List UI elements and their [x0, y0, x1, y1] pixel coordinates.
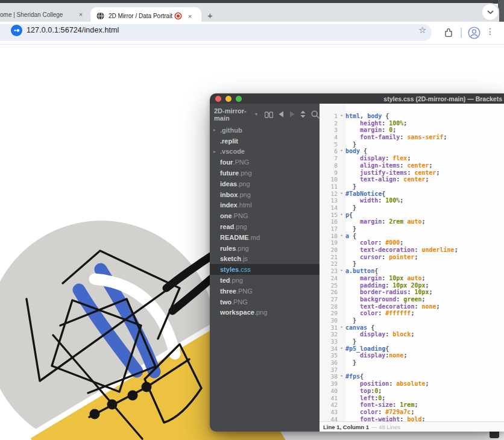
code-fold-icon[interactable]: ▾: [338, 324, 345, 332]
code-line-17[interactable]: 17 }: [320, 225, 504, 233]
url-text[interactable]: 127.0.0.1:56724/index.html: [27, 26, 119, 34]
close-window-button[interactable]: [215, 96, 221, 102]
tree-file-inbox.png[interactable]: inbox.png: [210, 189, 320, 200]
code-line-24[interactable]: 24 margin: 10px auto;: [320, 275, 504, 282]
code-line-28[interactable]: 28 text-decoration: none;: [320, 303, 504, 310]
new-tab-button[interactable]: +: [204, 10, 216, 21]
code-line-34[interactable]: 34▾#p5_loading{: [320, 345, 504, 353]
tree-folder-.github[interactable]: ▸.github: [210, 125, 320, 136]
code-line-20[interactable]: 20 text-decoration: underline;: [320, 247, 504, 254]
code-fold-icon[interactable]: ▾: [338, 113, 345, 120]
tree-file-two.PNG[interactable]: two.PNG: [210, 297, 320, 307]
tree-file-read.png[interactable]: read.png: [210, 221, 320, 232]
code-line-10[interactable]: 10 text-align: center;: [320, 176, 504, 183]
tree-file-styles.css[interactable]: styles.css: [210, 264, 320, 275]
code-fold-icon[interactable]: ▾: [338, 148, 345, 155]
code-line-12[interactable]: 12▾#TabNotice{: [320, 190, 504, 198]
code-line-41[interactable]: 41 left:0;: [320, 395, 504, 402]
split-view-icon[interactable]: [300, 110, 306, 118]
code-line-8[interactable]: 8 align-items: center;: [320, 162, 504, 169]
code-line-23[interactable]: 23▾a.button{: [320, 268, 504, 275]
code-line-18[interactable]: 18▾a {: [320, 233, 504, 240]
code-line-42[interactable]: 42 font-size: 1rem;: [320, 401, 504, 409]
code-fold-icon[interactable]: ▾: [338, 212, 345, 219]
line-number: 17: [320, 225, 338, 233]
code-line-32[interactable]: 32 display: block;: [320, 331, 504, 338]
code-line-44[interactable]: 44 font-weight: bold;: [320, 416, 504, 421]
code-fold-icon[interactable]: ▾: [338, 190, 345, 198]
code-line-29[interactable]: 29 color: #ffffff;: [320, 310, 504, 317]
code-line-35[interactable]: 35 display:none;: [320, 352, 504, 359]
code-line-21[interactable]: 21 cursor: pointer;: [320, 254, 504, 261]
code-line-40[interactable]: 40 top:0;: [320, 388, 504, 395]
search-icon[interactable]: [311, 110, 320, 119]
project-dropdown[interactable]: 2D-mirror-main: [214, 107, 253, 122]
code-fold-icon[interactable]: ▾: [338, 268, 345, 275]
tree-file-ideas.png[interactable]: ideas.png: [210, 178, 320, 189]
zoom-window-button[interactable]: [236, 96, 242, 102]
code-fold-icon[interactable]: ▾: [338, 345, 345, 353]
code-line-3[interactable]: 3 margin: 0;: [320, 127, 504, 134]
close-tab-icon[interactable]: ×: [186, 12, 194, 20]
code-line-43[interactable]: 43 color: #729a7c;: [320, 409, 504, 416]
code-line-6[interactable]: 6▾body {: [320, 148, 504, 155]
code-line-36[interactable]: 36 }: [320, 359, 504, 366]
code-fold-icon[interactable]: ▾: [338, 233, 345, 240]
code-line-2[interactable]: 2 height: 100%;: [320, 120, 504, 127]
browser-menu-kebab-icon[interactable]: ⋮: [486, 27, 494, 36]
code-line-14[interactable]: 14 }: [320, 204, 504, 212]
disclosure-triangle-icon[interactable]: ▸: [213, 149, 216, 154]
forward-icon[interactable]: [289, 111, 295, 118]
code-line-33[interactable]: 33 }: [320, 338, 504, 345]
code-line-26[interactable]: 26 border-radius: 10px;: [320, 289, 504, 296]
code-line-25[interactable]: 25 padding: 10px 20px;: [320, 282, 504, 289]
tab-search-chevron-button[interactable]: [482, 4, 498, 20]
site-info-icon[interactable]: [11, 25, 22, 36]
project-caret-icon[interactable]: ▾: [255, 112, 257, 117]
tree-file-.replit[interactable]: .replit: [210, 136, 320, 146]
tree-file-workspace.png[interactable]: workspace.png: [210, 307, 320, 318]
tree-file-README.md[interactable]: README.md: [210, 232, 320, 243]
code-line-13[interactable]: 13 width: 100%;: [320, 197, 504, 204]
tree-file-three.PNG[interactable]: three.PNG: [210, 286, 320, 297]
tree-file-future.png[interactable]: future.png: [210, 168, 320, 178]
code-fold-icon[interactable]: ▾: [338, 373, 345, 380]
line-number: 12: [320, 190, 338, 198]
code-line-27[interactable]: 27 background: green;: [320, 296, 504, 303]
tab-sheridan-college[interactable]: ome | Sheridan College ×: [0, 7, 89, 22]
binoculars-icon[interactable]: [265, 111, 273, 118]
tree-file-index.html[interactable]: index.html: [210, 200, 320, 211]
code-line-9[interactable]: 9 justify-items: center;: [320, 169, 504, 177]
tree-file-sketch.js[interactable]: sketch.js: [210, 254, 320, 265]
code-line-16[interactable]: 16 margin: 2rem auto;: [320, 218, 504, 225]
back-icon[interactable]: [279, 111, 284, 118]
bookmark-star-icon[interactable]: ☆: [418, 25, 426, 36]
fold-gutter: [338, 254, 345, 261]
tree-folder-.vscode[interactable]: ▸.vscode: [210, 146, 320, 157]
code-line-19[interactable]: 19 color: #000;: [320, 239, 504, 247]
code-text: display: block;: [345, 331, 414, 338]
code-lines[interactable]: 1▾html, body {2 height: 100%;3 margin: 0…: [320, 104, 504, 421]
code-line-37[interactable]: 37: [320, 366, 504, 374]
code-line-31[interactable]: 31▾canvas {: [320, 324, 504, 332]
code-line-1[interactable]: 1▾html, body {: [320, 113, 504, 120]
code-line-22[interactable]: 22 }: [320, 260, 504, 268]
code-line-5[interactable]: 5 }: [320, 141, 504, 148]
profile-avatar-icon[interactable]: [468, 27, 480, 39]
tree-file-one.PNG[interactable]: one.PNG: [210, 210, 320, 221]
code-line-7[interactable]: 7 display: flex;: [320, 155, 504, 162]
code-line-11[interactable]: 11 }: [320, 183, 504, 190]
extensions-icon[interactable]: [443, 27, 454, 38]
minimize-window-button[interactable]: [225, 96, 232, 102]
code-line-38[interactable]: 38▾#fps{: [320, 373, 504, 380]
disclosure-triangle-icon[interactable]: ▸: [213, 127, 216, 133]
close-tab-icon[interactable]: ×: [77, 10, 85, 19]
code-line-30[interactable]: 30 }: [320, 317, 504, 324]
code-line-4[interactable]: 4 font-family: sans-serif;: [320, 134, 504, 141]
brackets-titlebar[interactable]: styles.css (2D-mirror-main) — Brackets: [210, 93, 504, 104]
tree-file-four.PNG[interactable]: four.PNG: [210, 157, 320, 168]
code-line-39[interactable]: 39 position: absolute;: [320, 380, 504, 388]
tree-file-ted.png[interactable]: ted.png: [210, 275, 320, 286]
tree-file-rules.png[interactable]: rules.png: [210, 243, 320, 254]
code-line-15[interactable]: 15▾p{: [320, 212, 504, 219]
